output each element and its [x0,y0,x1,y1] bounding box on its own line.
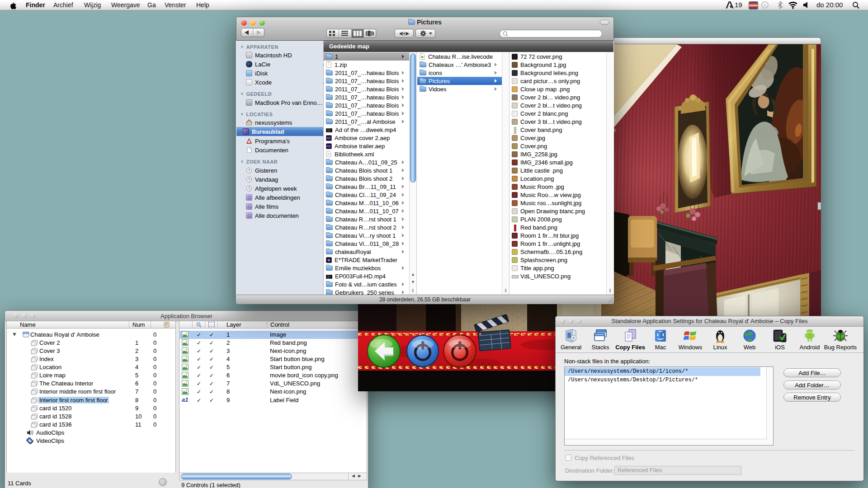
svg-text:A: A [764,3,766,8]
